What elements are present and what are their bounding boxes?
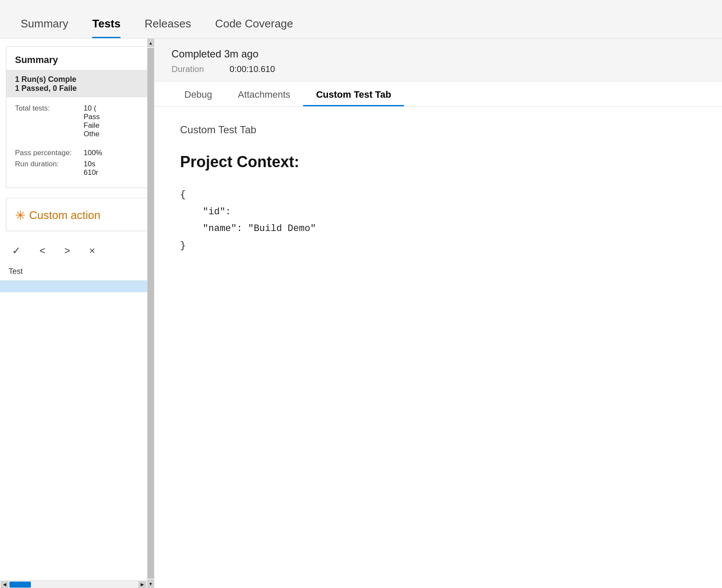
run-duration-row: Run duration: 10s 610r [15,160,139,177]
custom-action-title: ✳ Custom action [15,208,139,223]
right-panel: Completed 3m ago Duration 0:00:10.610 De… [154,39,722,588]
passed-line: 1 Passed, 0 Faile [15,84,139,93]
tab-summary[interactable]: Summary [9,9,80,38]
custom-action-label: Custom action [29,209,100,222]
h-scroll-left-button[interactable]: ◀ [1,581,9,588]
next-button[interactable]: > [61,243,74,258]
blue-highlight-row [0,280,154,292]
detail-content: Custom Test Tab Project Context: { "id":… [154,107,722,588]
summary-card: Summary 1 Run(s) Comple 1 Passed, 0 Fail… [6,46,148,188]
checkmark-button[interactable]: ✓ [9,243,24,258]
runs-line: 1 Run(s) Comple [15,75,139,84]
tab-debug[interactable]: Debug [171,81,225,106]
fail-value: Faile [84,121,100,130]
json-code: { "id": "name": "Build Demo" } [180,186,696,254]
tab-attachments[interactable]: Attachments [225,81,303,106]
scroll-down-button[interactable]: ▼ [147,579,154,588]
total-tests-row: Total tests: 10 ( Pass Faile Othe [15,104,139,138]
horizontal-scrollbar[interactable]: ◀ ▶ [0,580,147,588]
run-duration-extra: 610r [84,168,98,177]
custom-tab-header: Custom Test Tab [180,124,696,136]
tab-tests[interactable]: Tests [80,9,132,38]
duration-value: 0:00:10.610 [230,64,275,74]
main-layout: Summary 1 Run(s) Comple 1 Passed, 0 Fail… [0,39,722,588]
test-item[interactable]: Test [0,263,154,280]
total-tests-value: 10 ( [84,104,100,113]
summary-stats: Total tests: 10 ( Pass Faile Othe Pass p… [6,97,147,187]
summary-runs-row: 1 Run(s) Comple 1 Passed, 0 Faile [6,70,147,97]
completed-header: Completed 3m ago Duration 0:00:10.610 [154,39,722,81]
prev-button[interactable]: < [36,243,49,258]
top-navigation: Summary Tests Releases Code Coverage [0,0,722,39]
run-duration-value: 10s [84,160,98,168]
nav-controls: ✓ < > × [0,235,154,263]
tab-custom-test-tab[interactable]: Custom Test Tab [303,81,404,106]
scroll-thumb[interactable] [147,48,154,579]
custom-action-panel: ✳ Custom action [6,198,148,231]
pass-percentage-row: Pass percentage: 100% [15,149,139,157]
run-duration-values: 10s 610r [84,160,98,177]
left-panel: Summary 1 Run(s) Comple 1 Passed, 0 Fail… [0,39,154,588]
pass-value: Pass [84,113,100,121]
project-context-title: Project Context: [180,153,696,171]
run-duration-label: Run duration: [15,160,84,177]
duration-row: Duration 0:00:10.610 [171,64,705,74]
duration-label: Duration [171,64,204,74]
summary-card-title: Summary [6,47,147,70]
vertical-scrollbar[interactable]: ▲ ▼ [147,39,154,588]
other-value: Othe [84,130,100,138]
scroll-up-button[interactable]: ▲ [147,39,154,47]
pass-percentage-value: 100% [84,149,102,157]
pass-percentage-label: Pass percentage: [15,149,84,157]
asterisk-icon: ✳ [15,208,26,223]
total-tests-values: 10 ( Pass Faile Othe [84,104,100,138]
tab-releases[interactable]: Releases [132,9,203,38]
h-scroll-thumb[interactable] [9,582,31,588]
h-scroll-right-button[interactable]: ▶ [138,581,146,588]
completed-title: Completed 3m ago [171,48,705,60]
tab-code-coverage[interactable]: Code Coverage [203,9,305,38]
total-tests-label: Total tests: [15,104,84,138]
detail-tabs: Debug Attachments Custom Test Tab [154,81,722,107]
close-button[interactable]: × [86,243,99,258]
